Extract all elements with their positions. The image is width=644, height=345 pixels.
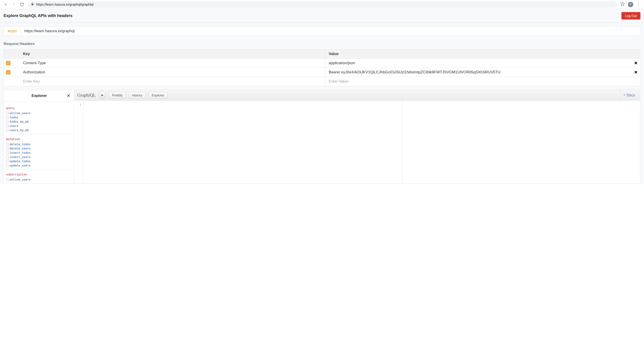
field-name: update_users bbox=[10, 164, 31, 167]
query-textarea[interactable] bbox=[83, 101, 402, 183]
back-button[interactable] bbox=[4, 2, 8, 7]
field-name: insert_users bbox=[10, 155, 31, 159]
history-button[interactable]: History bbox=[128, 92, 146, 98]
field-checkbox[interactable] bbox=[6, 147, 9, 150]
page-header: Explore GraphQL APIs with headers Log Ou… bbox=[0, 9, 644, 23]
field-name: update_todos bbox=[10, 160, 31, 163]
field-name: delete_users bbox=[10, 147, 31, 150]
headers-key-col: Key bbox=[20, 50, 325, 58]
schema-field-item[interactable]: users bbox=[6, 124, 72, 128]
browser-right: P ⋮ bbox=[620, 2, 640, 7]
lock-icon bbox=[31, 3, 34, 6]
result-area bbox=[402, 101, 640, 183]
profile-avatar[interactable]: P bbox=[628, 2, 633, 7]
header-delete-icon[interactable]: ✖ bbox=[631, 68, 640, 77]
explorer-title: Explorer bbox=[8, 94, 67, 98]
editor-row: 1 bbox=[74, 101, 640, 183]
prettify-button[interactable]: Prettify bbox=[109, 92, 126, 98]
headers-value-col: Value bbox=[325, 50, 631, 58]
schema-field-item[interactable]: update_todos bbox=[6, 159, 72, 163]
schema-field-item[interactable]: todos bbox=[6, 115, 72, 120]
field-checkbox[interactable] bbox=[6, 156, 9, 158]
endpoint-row: POST bbox=[4, 27, 640, 36]
graphiql-toolbar: GraphiQL Prettify History Explorer Docs bbox=[74, 90, 640, 101]
field-name: todos_by_pk bbox=[10, 120, 29, 123]
schema-field-item[interactable]: delete_todos bbox=[6, 142, 72, 146]
svg-marker-1 bbox=[102, 94, 103, 96]
header-value-input[interactable] bbox=[329, 79, 628, 84]
field-name: users_by_pk bbox=[10, 128, 29, 132]
operation-type-label: mutation bbox=[6, 137, 72, 142]
schema-field-item[interactable]: insert_todos bbox=[6, 151, 72, 155]
field-checkbox[interactable] bbox=[6, 143, 9, 146]
field-name: online_users bbox=[10, 111, 31, 115]
headers-table: Key Value ✓ Content-Type application/jso… bbox=[4, 49, 640, 86]
url-bar[interactable]: https://learn.hasura.io/graphql/graphiql bbox=[28, 1, 617, 8]
field-checkbox[interactable] bbox=[6, 112, 9, 115]
schema-field-item[interactable]: online_users bbox=[6, 177, 72, 182]
bookmark-star-icon[interactable] bbox=[620, 2, 625, 7]
endpoint-url-input[interactable] bbox=[21, 27, 640, 36]
field-checkbox[interactable] bbox=[6, 151, 9, 154]
header-value[interactable]: Bearer eyJ0eXAiOiJKV1QiLCJhbGciOiJSUzI1N… bbox=[325, 68, 631, 77]
field-name: insert_todos bbox=[10, 151, 31, 154]
field-name: todos bbox=[10, 116, 18, 119]
svg-marker-0 bbox=[621, 2, 624, 6]
request-headers-title: Request Headers bbox=[0, 39, 644, 49]
browser-chrome: https://learn.hasura.io/graphql/graphiql… bbox=[0, 0, 644, 9]
header-enabled-checkbox[interactable]: ✓ bbox=[6, 70, 10, 75]
field-checkbox[interactable] bbox=[6, 164, 9, 167]
field-checkbox[interactable] bbox=[6, 120, 9, 123]
header-key-input[interactable] bbox=[23, 79, 321, 84]
schema-field-item[interactable]: todos_by_pk bbox=[6, 120, 72, 124]
execute-button[interactable] bbox=[98, 92, 106, 99]
header-key[interactable]: Content-Type bbox=[20, 59, 325, 68]
field-checkbox[interactable] bbox=[6, 160, 9, 163]
header-delete-icon[interactable]: ✖ bbox=[631, 59, 640, 68]
field-name: online_users bbox=[10, 178, 31, 181]
field-checkbox[interactable] bbox=[6, 116, 9, 119]
field-name: delete_todos bbox=[10, 143, 31, 146]
header-row: ✓ Content-Type application/json ✖ bbox=[4, 59, 640, 68]
docs-button[interactable]: Docs bbox=[620, 90, 637, 101]
operation-type-label: query bbox=[6, 105, 72, 111]
explorer-header: Explorer ✕ bbox=[4, 90, 74, 102]
field-checkbox[interactable] bbox=[6, 125, 9, 127]
schema-field-item[interactable]: delete_users bbox=[6, 146, 72, 151]
chevron-left-icon bbox=[623, 93, 626, 97]
query-editor[interactable]: 1 bbox=[74, 101, 402, 183]
forward-button[interactable] bbox=[12, 2, 16, 7]
header-row-new bbox=[4, 77, 640, 86]
headers-table-head: Key Value bbox=[4, 50, 640, 59]
schema-field-item[interactable]: users_by_pk bbox=[6, 128, 72, 132]
explorer-toggle-button[interactable]: Explorer bbox=[148, 92, 168, 98]
schema-field-item[interactable]: update_users bbox=[6, 163, 72, 168]
http-method-label: POST bbox=[4, 27, 21, 36]
logout-button[interactable]: Log Out bbox=[622, 12, 640, 20]
graphiql-container: Explorer ✕ queryonline_userstodostodos_b… bbox=[4, 90, 640, 184]
browser-menu-icon[interactable]: ⋮ bbox=[636, 2, 640, 7]
explorer-panel: Explorer ✕ queryonline_userstodostodos_b… bbox=[4, 90, 74, 183]
schema-field-item[interactable]: online_users bbox=[6, 111, 72, 115]
field-name: users bbox=[10, 124, 18, 128]
header-row: ✓ Authorization Bearer eyJ0eXAiOiJKV1QiL… bbox=[4, 68, 640, 77]
operation-type-label: subscription bbox=[6, 172, 72, 177]
explorer-close-icon[interactable]: ✕ bbox=[67, 93, 70, 98]
field-checkbox[interactable] bbox=[6, 178, 9, 181]
schema-field-item[interactable]: insert_users bbox=[6, 155, 72, 159]
url-text: https://learn.hasura.io/graphql/graphiql bbox=[36, 3, 94, 6]
line-gutter: 1 bbox=[74, 101, 83, 183]
explorer-body: queryonline_userstodostodos_by_pkusersus… bbox=[4, 102, 74, 183]
reload-button[interactable] bbox=[20, 2, 24, 7]
header-value[interactable]: application/json bbox=[325, 59, 631, 68]
header-key[interactable]: Authorization bbox=[20, 68, 325, 77]
graphiql-logo: GraphiQL bbox=[77, 93, 96, 98]
header-enabled-checkbox[interactable]: ✓ bbox=[6, 61, 10, 65]
graphiql-main: GraphiQL Prettify History Explorer Docs … bbox=[74, 90, 640, 183]
field-checkbox[interactable] bbox=[6, 129, 9, 132]
docs-label: Docs bbox=[627, 93, 635, 97]
page-title: Explore GraphQL APIs with headers bbox=[4, 14, 72, 18]
